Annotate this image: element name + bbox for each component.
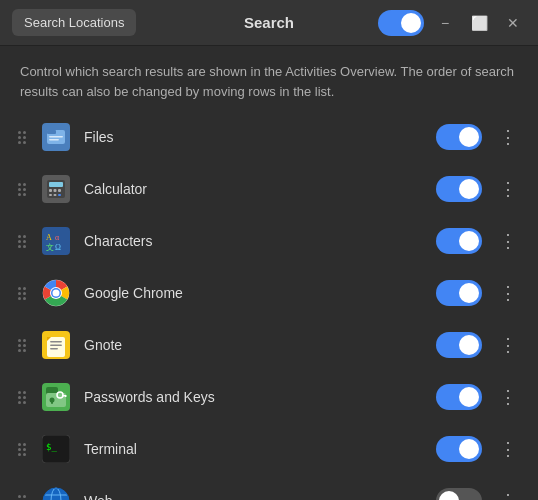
svg-text:$_: $_	[46, 442, 57, 452]
drag-handle[interactable]	[16, 233, 28, 250]
svg-text:Ω: Ω	[55, 243, 61, 252]
drag-handle[interactable]	[16, 129, 28, 146]
more-button-terminal[interactable]: ⋮	[494, 435, 522, 463]
app-toggle-characters[interactable]	[436, 228, 482, 254]
app-toggle-gnote[interactable]	[436, 332, 482, 358]
svg-rect-37	[65, 395, 67, 397]
svg-point-23	[53, 290, 60, 297]
app-name-googlechrome: Google Chrome	[84, 285, 424, 301]
maximize-button[interactable]: ⬜	[466, 10, 492, 36]
more-button-gnote[interactable]: ⋮	[494, 331, 522, 359]
svg-rect-4	[49, 139, 59, 141]
titlebar: Search Locations Search − ⬜ ✕	[0, 0, 538, 46]
titlebar-title: Search	[244, 14, 294, 31]
more-button-passwords[interactable]: ⋮	[494, 383, 522, 411]
svg-rect-26	[50, 341, 62, 343]
list-item: Google Chrome ⋮	[8, 267, 530, 319]
svg-rect-12	[54, 194, 57, 196]
svg-text:文: 文	[46, 243, 54, 252]
app-icon-googlechrome	[40, 277, 72, 309]
drag-handle[interactable]	[16, 285, 28, 302]
more-button-googlechrome[interactable]: ⋮	[494, 279, 522, 307]
app-toggle-passwords[interactable]	[436, 384, 482, 410]
app-name-web: Web	[84, 493, 424, 500]
app-icon-calculator	[40, 173, 72, 205]
svg-rect-25	[47, 337, 65, 357]
svg-rect-28	[50, 348, 58, 350]
titlebar-left: Search Locations	[12, 9, 136, 36]
app-toggle-terminal[interactable]	[436, 436, 482, 462]
app-name-passwords: Passwords and Keys	[84, 389, 424, 405]
description-text: Control which search results are shown i…	[0, 46, 538, 111]
svg-point-40	[43, 488, 69, 500]
list-item: Passwords and Keys ⋮	[8, 371, 530, 423]
svg-rect-8	[49, 189, 52, 192]
app-name-calculator: Calculator	[84, 181, 424, 197]
app-toggle-googlechrome[interactable]	[436, 280, 482, 306]
more-button-web[interactable]: ⋮	[494, 487, 522, 500]
list-item: $_ Terminal ⋮	[8, 423, 530, 475]
svg-rect-13	[58, 194, 61, 196]
app-icon-characters: A α 文 Ω	[40, 225, 72, 257]
drag-handle[interactable]	[16, 181, 28, 198]
titlebar-right: − ⬜ ✕	[378, 10, 526, 36]
app-icon-passwords	[40, 381, 72, 413]
app-name-characters: Characters	[84, 233, 424, 249]
apps-list: Files ⋮	[0, 111, 538, 500]
app-toggle-calculator[interactable]	[436, 176, 482, 202]
app-name-terminal: Terminal	[84, 441, 424, 457]
drag-handle[interactable]	[16, 389, 28, 406]
list-item: Files ⋮	[8, 111, 530, 163]
more-button-calculator[interactable]: ⋮	[494, 175, 522, 203]
app-toggle-files[interactable]	[436, 124, 482, 150]
app-icon-files	[40, 121, 72, 153]
app-name-files: Files	[84, 129, 424, 145]
app-icon-gnote	[40, 329, 72, 361]
svg-rect-27	[50, 345, 62, 347]
app-icon-terminal: $_	[40, 433, 72, 465]
app-icon-web	[40, 485, 72, 500]
svg-text:A: A	[46, 233, 52, 242]
more-button-files[interactable]: ⋮	[494, 123, 522, 151]
svg-rect-2	[47, 130, 56, 134]
svg-rect-3	[49, 136, 63, 138]
list-item: Web ⋮	[8, 475, 530, 500]
list-item: Gnote ⋮	[8, 319, 530, 371]
list-item: Calculator ⋮	[8, 163, 530, 215]
more-button-characters[interactable]: ⋮	[494, 227, 522, 255]
main-toggle[interactable]	[378, 10, 424, 36]
svg-rect-34	[51, 400, 53, 404]
svg-rect-9	[54, 189, 57, 192]
drag-handle[interactable]	[16, 441, 28, 458]
list-item: A α 文 Ω Characters ⋮	[8, 215, 530, 267]
app-toggle-web[interactable]	[436, 488, 482, 500]
drag-handle[interactable]	[16, 337, 28, 354]
minimize-button[interactable]: −	[432, 10, 458, 36]
svg-rect-11	[49, 194, 52, 196]
svg-rect-10	[58, 189, 61, 192]
search-locations-button[interactable]: Search Locations	[12, 9, 136, 36]
svg-rect-7	[49, 182, 63, 187]
app-name-gnote: Gnote	[84, 337, 424, 353]
drag-handle[interactable]	[16, 493, 28, 501]
close-button[interactable]: ✕	[500, 10, 526, 36]
